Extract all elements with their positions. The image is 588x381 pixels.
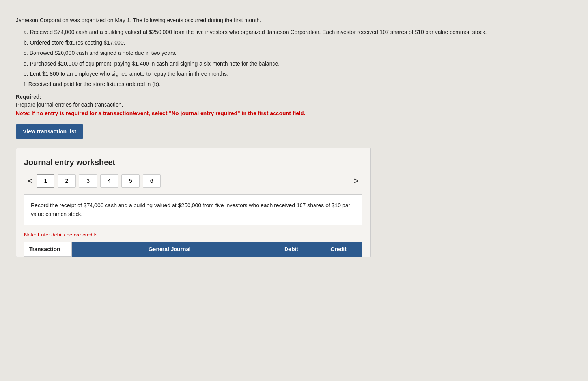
general-journal-header: General Journal [72, 242, 268, 256]
tab-2[interactable]: 2 [58, 174, 76, 188]
intro-text: Jameson Corporation was organized on May… [16, 16, 572, 24]
journal-table: Transaction General Journal Debit Credit [24, 242, 362, 257]
tab-1[interactable]: 1 [37, 174, 55, 188]
transaction-list: a. Received $74,000 cash and a building … [24, 28, 572, 88]
list-item-2: c. Borrowed $20,000 cash and signed a no… [24, 49, 572, 57]
worksheet-title: Journal entry worksheet [24, 158, 362, 167]
debit-header: Debit [268, 242, 315, 256]
prepare-text: Prepare journal entries for each transac… [16, 101, 572, 108]
list-item-3: d. Purchased $20,000 of equipment, payin… [24, 59, 572, 68]
tabs-wrapper: 123456 [37, 174, 162, 188]
next-tab-button[interactable]: > [350, 174, 362, 188]
tabs-row: < 123456 > [24, 174, 362, 188]
tab-5[interactable]: 5 [121, 174, 140, 188]
tab-4[interactable]: 4 [100, 174, 118, 188]
note-enter-debits: Note: Enter debits before credits. [24, 232, 362, 238]
page-container: Jameson Corporation was organized on May… [16, 16, 572, 257]
journal-entry-worksheet: Journal entry worksheet < 123456 > Recor… [16, 148, 371, 257]
tab-3[interactable]: 3 [79, 174, 97, 188]
required-section: Required: Prepare journal entries for ea… [16, 94, 572, 116]
transaction-description: Record the receipt of $74,000 cash and a… [24, 194, 362, 225]
required-label: Required: [16, 94, 572, 100]
credit-header: Credit [315, 242, 362, 256]
list-item-4: e. Lent $1,800 to an employee who signed… [24, 69, 572, 78]
list-item-1: b. Ordered store fixtures costing $17,00… [24, 38, 572, 47]
journal-table-container: Transaction General Journal Debit Credit [24, 242, 362, 257]
list-item-0: a. Received $74,000 cash and a building … [24, 28, 572, 36]
list-item-5: f. Received and paid for the store fixtu… [24, 80, 572, 88]
tab-6[interactable]: 6 [143, 174, 161, 188]
prev-tab-button[interactable]: < [24, 174, 37, 188]
note-text: Note: If no entry is required for a tran… [16, 110, 572, 116]
transaction-header: Transaction [24, 242, 72, 256]
view-transaction-list-button[interactable]: View transaction list [16, 124, 83, 139]
